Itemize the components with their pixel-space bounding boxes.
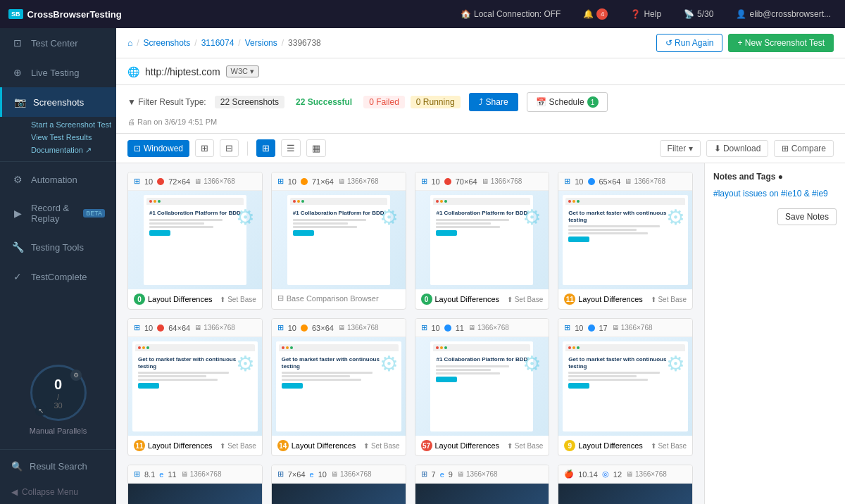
sub-view-results[interactable]: View Test Results — [31, 131, 116, 144]
automation-icon: ⚙ — [11, 173, 24, 186]
screenshot-card-1[interactable]: ⊞ 10 71×64 🖥1366×768 #1 Collaboration Pl… — [271, 172, 406, 310]
breadcrumb-version-id[interactable]: 3116074 — [201, 38, 234, 48]
parallels-circle: ↖ 0 / 30 ⚙ — [30, 365, 87, 421]
count-success[interactable]: 22 Successful — [290, 96, 358, 108]
notes-title: Notes and Tags ● — [713, 172, 837, 182]
collapse-menu-button[interactable]: ◀ Collapse Menu — [0, 480, 116, 504]
monitor-icon-6: 🖥 — [468, 324, 475, 332]
sidebar-item-test-complete[interactable]: ✓ TestComplete — [0, 262, 116, 291]
breadcrumb-home[interactable]: ⌂ — [127, 38, 132, 48]
browser-dot-1 — [301, 178, 308, 185]
url-bar: 🌐 http://hiptest.com W3C ▾ — [116, 58, 845, 85]
set-base-3[interactable]: ⬆ Set Base — [651, 296, 687, 303]
windows-icon-7: ⊞ — [564, 323, 570, 332]
settings-icon[interactable]: ⚙ — [70, 370, 82, 381]
sidebar-item-screenshots[interactable]: 📷 Screenshots — [0, 87, 116, 117]
nav-connection[interactable]: 🏠 Local Connection: OFF — [455, 6, 566, 22]
parallels-widget: ↖ 0 / 30 ⚙ Manual Parallels — [0, 353, 116, 446]
sub-documentation[interactable]: Documentation ↗ — [31, 144, 116, 158]
browser-dot-0 — [157, 178, 164, 185]
breadcrumb-screenshots[interactable]: Screenshots — [144, 38, 191, 48]
count-all[interactable]: 22 Screenshots — [215, 96, 284, 108]
sidebar: ⊡ Test Center ⊕ Live Testing 📷 Screensho… — [0, 28, 116, 504]
screenshot-image-2: #1 Collaboration Platform for BDD ⚙ — [415, 191, 549, 289]
screenshot-card-10[interactable]: ⊞ 7×64 e 10 🖥1366×768 Loading... 14Layou… — [271, 465, 406, 504]
house-icon: 🏠 — [461, 9, 471, 19]
w3c-badge[interactable]: W3C ▾ — [226, 65, 260, 77]
save-notes-button[interactable]: Save Notes — [777, 208, 837, 225]
share-button[interactable]: ⤴ Share — [469, 93, 518, 111]
set-base-2[interactable]: ⬆ Set Base — [507, 296, 543, 303]
new-screenshot-button[interactable]: + New Screenshot Test — [728, 34, 834, 52]
run-again-button[interactable]: ↺ Run Again — [656, 34, 723, 52]
screenshot-image-4: Get to market faster with continuous tes… — [128, 337, 262, 436]
share-icon: ⤴ — [479, 97, 483, 107]
windows-icon-1: ⊞ — [277, 177, 284, 186]
breadcrumb-sep-4: / — [282, 38, 284, 48]
download-button[interactable]: ⬇ Download — [706, 140, 769, 157]
windows-icon-5: ⊞ — [277, 323, 284, 332]
grid-view-button[interactable]: ⊞ — [256, 139, 275, 157]
view-icon-1[interactable]: ⊞ — [195, 139, 214, 157]
screenshot-card-7[interactable]: ⊞ 10 17 🖥1366×768 Get to market faster w… — [558, 318, 693, 456]
screenshot-card-12[interactable]: 🍎 10.14 ◎ 12 🖥1366×768 Loading... 9Layou… — [558, 465, 693, 504]
mac-icon: 🍎 — [564, 470, 574, 479]
count-failed[interactable]: 0 Failed — [363, 96, 405, 108]
set-base-6[interactable]: ⬆ Set Base — [507, 442, 543, 450]
screenshot-card-0[interactable]: ⊞ 10 72×64 🖥1366×768 #1 Collaboration Pl… — [127, 172, 263, 310]
sidebar-item-result-search[interactable]: 🔍 Result Search — [0, 453, 116, 480]
set-base-0[interactable]: ⬆ Set Base — [220, 296, 256, 303]
breadcrumb-sep-2: / — [194, 38, 196, 48]
nav-notifications[interactable]: 🔔 4 — [577, 6, 613, 23]
view-icon-2[interactable]: ⊟ — [220, 139, 239, 157]
compare-button[interactable]: ⊞ Compare — [774, 140, 834, 157]
breadcrumb-actions: ↺ Run Again + New Screenshot Test — [656, 34, 834, 52]
screenshot-card-2[interactable]: ⊞ 10 70×64 🖥1366×768 #1 Collaboration Pl… — [415, 172, 550, 310]
list-view-button[interactable]: ☰ — [281, 139, 301, 157]
filter-dropdown-button[interactable]: Filter ▾ — [660, 140, 701, 157]
test-center-icon: ⊡ — [11, 37, 24, 49]
screenshot-card-6[interactable]: ⊞ 10 11 🖥1366×768 #1 Collaboration Platf… — [415, 318, 550, 456]
schedule-button[interactable]: 📅 Schedule 1 — [527, 92, 608, 112]
safari-icon-12: ◎ — [602, 470, 609, 479]
sub-start-screenshot[interactable]: Start a Screenshot Test — [31, 117, 116, 131]
sidebar-item-record-replay[interactable]: ▶ Record & Replay BETA — [0, 194, 116, 232]
sidebar-item-test-center[interactable]: ⊡ Test Center — [0, 28, 116, 58]
sidebar-item-automation[interactable]: ⚙ Automation — [0, 165, 116, 194]
screenshot-card-4[interactable]: ⊞ 10 64×64 🖥1366×768 Get to market faste… — [127, 318, 263, 456]
sidebar-item-live-testing[interactable]: ⊕ Live Testing — [0, 58, 116, 87]
screenshot-card-11[interactable]: ⊞ 7 e 9 🖥1366×768 Loading... 57Layout Di… — [415, 465, 550, 504]
screenshot-card-3[interactable]: ⊞ 10 65×64 🖥1366×768 Get to market faste… — [558, 172, 693, 310]
notes-panel: Notes and Tags ● #layout issues on #ie10… — [704, 163, 845, 504]
set-base-4[interactable]: ⬆ Set Base — [220, 442, 256, 450]
screenshot-card-9[interactable]: ⊞ 8.1 e 11 🖥1366×768 Loading... 11Layout… — [127, 465, 263, 504]
sessions-icon: 📡 — [684, 9, 694, 19]
breadcrumb-sep-1: / — [137, 38, 139, 48]
view-windowed-button[interactable]: ⊡ Windowed — [127, 140, 189, 157]
bell-icon: 🔔 — [583, 9, 594, 19]
beta-badge: BETA — [83, 209, 105, 218]
count-running[interactable]: 0 Running — [411, 96, 461, 108]
monitor-icon-4: 🖥 — [194, 324, 201, 332]
testing-tools-icon: 🔧 — [11, 241, 24, 253]
sidebar-item-testing-tools[interactable]: 🔧 Testing Tools — [0, 232, 116, 262]
browser-dot-3 — [588, 178, 595, 185]
windows-icon-4: ⊞ — [134, 323, 140, 332]
monitor-icon-5: 🖥 — [338, 324, 345, 332]
set-base-5[interactable]: ⬆ Set Base — [363, 442, 399, 450]
user-icon: 👤 — [736, 9, 746, 19]
screenshot-image-5: Get to market faster with continuous tes… — [272, 337, 406, 436]
date-info: 🖨 Ran on 3/6/19 4:51 PM — [127, 118, 834, 126]
set-base-7[interactable]: ⬆ Set Base — [651, 442, 687, 450]
compact-view-button[interactable]: ▦ — [306, 139, 326, 157]
browser-dot-4 — [157, 325, 164, 332]
record-replay-icon: ▶ — [11, 207, 24, 220]
nav-sessions[interactable]: 📡 5/30 — [678, 6, 719, 22]
windows-icon: ⊞ — [134, 470, 140, 479]
notes-content: #layout issues on #ie10 & #ie9 — [713, 187, 837, 200]
screenshot-card-5[interactable]: ⊞ 10 63×64 🖥1366×768 Get to market faste… — [271, 318, 406, 456]
filter-counts: 22 Screenshots 22 Successful 0 Failed 0 … — [215, 96, 461, 108]
nav-help[interactable]: ❓ Help — [625, 6, 667, 22]
breadcrumb-versions[interactable]: Versions — [245, 38, 277, 48]
nav-user[interactable]: 👤 elib@crossbrowsert... — [730, 6, 837, 22]
